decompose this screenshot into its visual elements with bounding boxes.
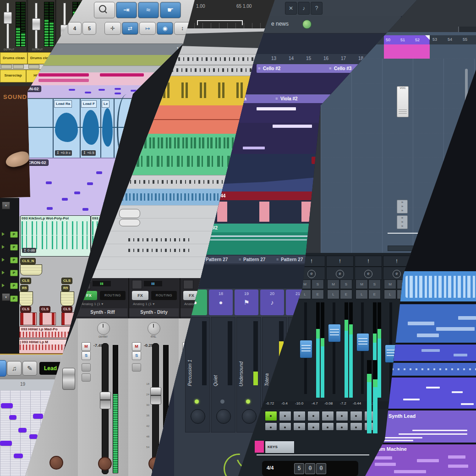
crossfade-tool-button[interactable]: ◉	[157, 22, 173, 35]
midi-bar[interactable]	[38, 73, 89, 77]
item-label-cls[interactable]: CLS	[39, 306, 50, 312]
channel-name[interactable]: Synth - Riff	[78, 308, 127, 317]
fader-cap[interactable]	[32, 18, 40, 30]
automation-read-button[interactable]	[336, 422, 348, 431]
play-badge[interactable]: P	[10, 244, 18, 251]
ruler-cycle-segment[interactable]: 50	[384, 35, 400, 44]
pattern-clip[interactable]: Pattern 27	[200, 256, 241, 263]
listen-button[interactable]: L	[327, 290, 339, 299]
item-label-r5[interactable]: R5	[20, 285, 28, 291]
routing-button[interactable]: ROUTING	[151, 291, 177, 300]
solo-button[interactable]: S	[82, 351, 91, 360]
pattern-clip[interactable]: Pattern 27	[237, 256, 279, 263]
midi-note-dash[interactable]	[98, 89, 105, 91]
envelope-tool-button[interactable]: ≈	[138, 2, 159, 18]
solo-button[interactable]: S	[312, 279, 324, 289]
item-label-cls[interactable]: CLS	[20, 306, 31, 312]
fx-button[interactable]: FX	[132, 291, 148, 300]
automation-button[interactable]	[82, 373, 91, 382]
fader-cap[interactable]	[328, 324, 341, 342]
monitor-button[interactable]	[322, 411, 334, 421]
catch-button[interactable]	[0, 360, 6, 377]
help-button[interactable]: ?	[311, 2, 323, 15]
monitor-button[interactable]	[307, 411, 320, 421]
solo-button[interactable]: S	[368, 279, 381, 289]
monitor-button[interactable]	[336, 411, 348, 421]
news-bar[interactable]: e news	[250, 16, 401, 33]
cut-tool-button[interactable]: ✕	[285, 2, 297, 15]
mute-listen-button[interactable]: ♫	[7, 361, 22, 376]
fader-track[interactable]	[333, 302, 335, 394]
audio-item-hihat[interactable]: 093 HiHat Lp Mad-Po	[19, 326, 71, 338]
mini-knob[interactable]	[132, 280, 142, 289]
solo-button[interactable]: S	[340, 279, 352, 289]
track-mini-button[interactable]	[13, 65, 24, 69]
channel-knob[interactable]	[191, 409, 205, 424]
audio-item-hihat2[interactable]: 09 | 093 HiHat Lp M	[13, 339, 71, 354]
play-badge[interactable]: P	[10, 295, 18, 302]
monitor-button[interactable]	[350, 411, 362, 421]
time-signature[interactable]: 4/4	[267, 465, 274, 471]
track-name-snareclap[interactable]: Snareclap	[0, 70, 26, 82]
pan-knob[interactable]	[49, 456, 63, 470]
dropdown-button[interactable]: ▾	[2, 202, 10, 209]
mixer-channel-tab[interactable]: 19⚑	[235, 290, 258, 315]
e-button[interactable]: E	[312, 290, 324, 299]
record-cell[interactable]: !	[326, 256, 354, 267]
item-body[interactable]	[39, 312, 56, 325]
toolbar-number-button[interactable]: 4	[68, 22, 82, 35]
mute-button[interactable]: M	[327, 279, 339, 289]
counter-digit[interactable]: 0	[305, 463, 315, 474]
loop-bracket[interactable]	[197, 20, 243, 25]
midi-note[interactable]	[197, 235, 321, 237]
mute-button[interactable]: M	[356, 279, 368, 289]
midi-note-dash[interactable]	[115, 93, 121, 94]
mixer-channel-tab[interactable]: 18●	[209, 290, 233, 315]
item-label-r5[interactable]: R5	[61, 285, 70, 291]
automation-read-button[interactable]	[265, 422, 277, 431]
monitor-button[interactable]	[265, 411, 277, 421]
voc-marker-fader[interactable]: VOC	[397, 86, 409, 117]
e-button[interactable]: E	[368, 290, 381, 299]
track-name-drums-clean[interactable]: Drums clean	[0, 52, 27, 64]
midi-note[interactable]	[1, 403, 13, 408]
snap-tool-button[interactable]: ↦	[139, 22, 156, 35]
midi-note[interactable]	[74, 191, 80, 194]
channel-name[interactable]: Synth - Dirty	[129, 308, 179, 317]
fader-cap[interactable]	[4, 12, 12, 24]
channel-knob[interactable]	[242, 409, 257, 424]
edit-cell[interactable]: e	[326, 267, 354, 280]
fader-cap[interactable]	[100, 392, 111, 409]
automation-read-button[interactable]	[350, 422, 362, 431]
midi-note[interactable]	[257, 107, 296, 110]
fader-cap[interactable]	[356, 333, 369, 351]
mute-button[interactable]: M	[82, 342, 91, 351]
listen-button[interactable]: L	[384, 290, 396, 299]
midi-note[interactable]	[0, 441, 12, 446]
selected-part-range[interactable]	[384, 44, 430, 59]
grid-tool-button[interactable]: ✛	[104, 22, 121, 35]
channel-led[interactable]	[195, 399, 199, 404]
mini-knob[interactable]	[183, 280, 193, 289]
automation-button[interactable]	[132, 363, 141, 372]
midi-note[interactable]	[29, 434, 38, 439]
edit-cell[interactable]: e	[355, 267, 382, 280]
play-badge[interactable]: P	[10, 257, 18, 263]
mixer-strip[interactable]: Quiet	[211, 317, 235, 432]
fader-cylinder[interactable]	[62, 368, 75, 390]
midi-note[interactable]	[62, 198, 68, 201]
automation-read-button[interactable]	[322, 422, 334, 431]
clip-label[interactable]: Viola #2	[274, 94, 331, 103]
item-label-cls[interactable]: CLS	[61, 278, 72, 284]
clip-label[interactable]: Cello #2	[257, 64, 333, 73]
monitor-button[interactable]	[293, 411, 306, 421]
track-mini-button[interactable]	[28, 65, 39, 69]
listen-button[interactable]: L	[356, 290, 368, 299]
pan-knob[interactable]	[97, 322, 110, 335]
midi-note[interactable]	[46, 181, 52, 184]
monitor-button[interactable]	[279, 411, 291, 421]
ruler-cycle-segment[interactable]: 51	[399, 35, 415, 44]
record-cell[interactable]: !	[355, 256, 382, 267]
midi-note[interactable]	[82, 208, 88, 211]
take-label[interactable]: Lead Ra	[54, 100, 72, 108]
